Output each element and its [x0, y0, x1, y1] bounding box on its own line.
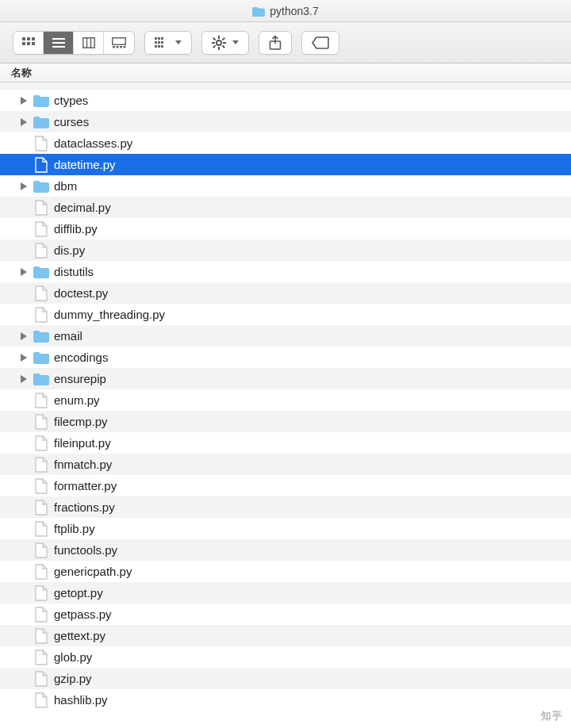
item-name: ctypes	[54, 94, 88, 107]
file-icon	[33, 307, 49, 323]
disclosure-triangle-icon[interactable]	[19, 96, 29, 105]
list-row[interactable]: decimal.py	[0, 197, 571, 218]
disclosure-triangle-icon[interactable]	[19, 353, 29, 362]
gallery-view-button[interactable]	[104, 32, 134, 54]
disclosure-triangle-icon[interactable]	[19, 182, 29, 191]
svg-rect-23	[155, 45, 157, 48]
list-row[interactable]: hashlib.py	[0, 689, 571, 711]
list-row[interactable]: ensurepip	[0, 368, 571, 389]
list-row[interactable]: difflib.py	[0, 218, 571, 239]
svg-rect-0	[22, 37, 25, 40]
list-row[interactable]: gzip.py	[0, 668, 571, 689]
disclosure-triangle-icon	[19, 546, 29, 555]
file-icon	[33, 649, 49, 665]
list-row[interactable]: getopt.py	[0, 582, 571, 603]
svg-rect-21	[158, 41, 160, 44]
list-row[interactable]: fractions.py	[0, 496, 571, 518]
watermark: 知乎	[541, 709, 563, 723]
item-name: fnmatch.py	[54, 458, 112, 471]
svg-rect-15	[120, 46, 122, 48]
file-icon	[33, 221, 49, 237]
item-name: getpass.py	[54, 607, 112, 621]
file-icon	[33, 393, 49, 408]
share-icon	[269, 36, 282, 50]
svg-rect-13	[113, 46, 115, 48]
list-row[interactable]: enum.py	[0, 389, 571, 411]
item-name: glob.py	[54, 650, 92, 664]
list-row[interactable]: curses	[0, 111, 571, 132]
file-icon	[33, 692, 49, 708]
list-row[interactable]: formatter.py	[0, 475, 571, 496]
action-menu-button[interactable]	[201, 31, 249, 55]
list-view-button[interactable]	[44, 32, 74, 54]
list-row[interactable]: filecmp.py	[0, 411, 571, 432]
list-row[interactable]: encodings	[0, 347, 571, 368]
list-row[interactable]: datetime.py	[0, 154, 571, 175]
svg-rect-24	[158, 45, 160, 48]
svg-rect-2	[32, 37, 35, 40]
file-icon	[33, 243, 49, 259]
folder-icon	[252, 6, 265, 16]
list-row[interactable]: email	[0, 325, 571, 347]
file-icon	[33, 285, 49, 301]
disclosure-triangle-icon	[19, 653, 29, 662]
disclosure-triangle-icon[interactable]	[19, 331, 29, 341]
svg-rect-17	[155, 37, 157, 40]
icon-view-button[interactable]	[13, 32, 44, 54]
svg-rect-28	[218, 47, 220, 50]
list-row[interactable]: glob.py	[0, 646, 571, 668]
list-row[interactable]: fileinput.py	[0, 432, 571, 454]
gear-icon	[212, 36, 226, 50]
column-view-button[interactable]	[74, 32, 104, 54]
item-name: getopt.py	[54, 586, 103, 600]
item-name: datetime.py	[54, 158, 116, 171]
list-row[interactable]: getpass.py	[0, 603, 571, 625]
svg-rect-22	[161, 41, 163, 44]
window-title: python3.7	[270, 5, 319, 17]
disclosure-triangle-icon[interactable]	[19, 267, 29, 277]
list-row[interactable]: dataclasses.py	[0, 132, 571, 154]
file-icon	[33, 671, 49, 687]
disclosure-triangle-icon	[19, 631, 29, 641]
item-name: formatter.py	[54, 479, 117, 492]
list-row[interactable]: fnmatch.py	[0, 454, 571, 475]
list-row-partial[interactable]	[0, 82, 571, 90]
item-name: hashlib.py	[54, 693, 108, 707]
list-row[interactable]: genericpath.py	[0, 561, 571, 582]
list-row[interactable]: gettext.py	[0, 625, 571, 646]
disclosure-triangle-icon	[19, 224, 29, 234]
window-titlebar: python3.7	[0, 0, 571, 22]
disclosure-triangle-icon	[19, 160, 29, 170]
group-by-button[interactable]	[144, 31, 192, 55]
list-row[interactable]: dummy_threading.py	[0, 304, 571, 325]
disclosure-triangle-icon[interactable]	[19, 374, 29, 384]
disclosure-triangle-icon	[19, 503, 29, 512]
item-name: dis.py	[54, 243, 85, 257]
list-row[interactable]: functools.py	[0, 539, 571, 561]
list-row[interactable]: doctest.py	[0, 282, 571, 304]
item-name: doctest.py	[54, 286, 108, 300]
share-button[interactable]	[259, 31, 292, 55]
list-row[interactable]: dbm	[0, 175, 571, 197]
disclosure-triangle-icon	[19, 417, 29, 427]
list-row[interactable]: dis.py	[0, 239, 571, 261]
svg-rect-29	[212, 42, 215, 44]
list-row[interactable]: ftplib.py	[0, 518, 571, 539]
svg-rect-16	[124, 46, 126, 48]
tags-button[interactable]	[301, 31, 339, 55]
file-icon	[33, 628, 49, 644]
svg-rect-14	[117, 46, 119, 48]
disclosure-triangle-icon	[19, 310, 29, 320]
svg-rect-7	[52, 42, 65, 44]
column-header[interactable]: 名称	[0, 63, 571, 82]
file-icon	[33, 607, 49, 623]
svg-rect-12	[113, 37, 126, 44]
chevron-down-icon	[175, 40, 182, 44]
list-row[interactable]: ctypes	[0, 90, 571, 111]
disclosure-triangle-icon	[19, 396, 29, 405]
file-icon	[33, 414, 49, 430]
item-name: dataclasses.py	[54, 136, 132, 150]
list-row[interactable]: distutils	[0, 261, 571, 282]
svg-rect-5	[32, 42, 35, 45]
disclosure-triangle-icon[interactable]	[19, 117, 29, 127]
